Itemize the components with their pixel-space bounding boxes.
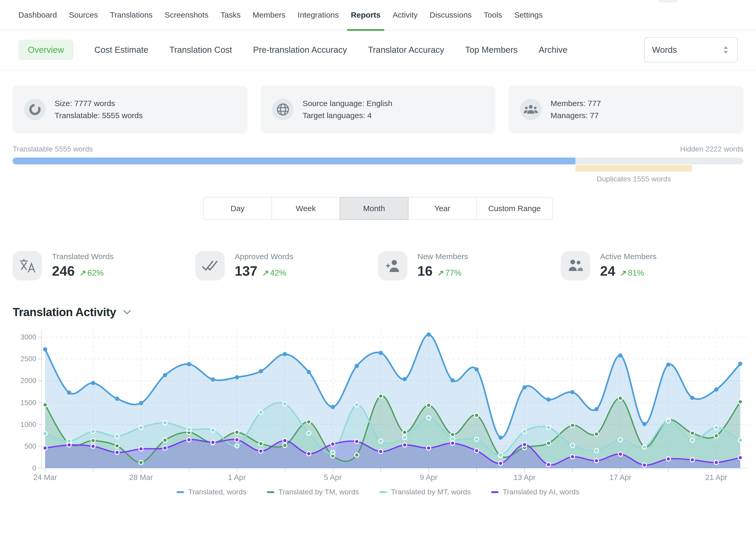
range-tab-month[interactable]: Month xyxy=(340,197,408,220)
svg-text:2500: 2500 xyxy=(20,355,36,363)
svg-text:0: 0 xyxy=(32,464,36,472)
legend-item[interactable]: Translated, words xyxy=(177,488,246,496)
legend-item[interactable]: Translated by MT, words xyxy=(379,488,471,496)
select-spinner-icon xyxy=(722,45,730,54)
legend-swatch xyxy=(379,491,387,493)
legend-label: Translated, words xyxy=(188,488,246,496)
card-members: Members: 777 Managers: 77 xyxy=(508,86,743,133)
people-icon xyxy=(561,251,590,280)
nav-item-settings[interactable]: Settings xyxy=(514,0,543,30)
card-translatable-line: Translatable: 5555 words xyxy=(55,109,143,122)
words-progress-bar xyxy=(13,158,743,164)
stat-value: 137 xyxy=(235,263,258,279)
tab-cost-estimate[interactable]: Cost Estimate xyxy=(95,40,148,60)
donut-icon xyxy=(24,99,46,120)
svg-text:5 Apr: 5 Apr xyxy=(324,473,342,482)
tab-archive[interactable]: Archive xyxy=(539,40,568,60)
globe-icon xyxy=(272,99,294,120)
tab-translator-accuracy[interactable]: Translator Accuracy xyxy=(368,40,444,60)
unit-select-value: Words xyxy=(652,45,677,55)
date-range-tabs: Day Week Month Year Custom Range xyxy=(0,197,756,220)
svg-text:1000: 1000 xyxy=(20,421,36,428)
nav-item-integrations[interactable]: Integrations xyxy=(298,0,339,30)
card-languages: Source language: English Target language… xyxy=(261,86,496,133)
trend-up-icon: ↗ xyxy=(437,268,444,278)
nav-item-discussions[interactable]: Discussions xyxy=(430,0,472,30)
legend-label: Translated by MT, words xyxy=(391,488,471,496)
kpi-stats-row: Translated Words 246 ↗62% Approved Words… xyxy=(13,251,743,280)
stat-change: ↗42% xyxy=(262,268,286,278)
nav-item-screenshots[interactable]: Screenshots xyxy=(165,0,208,30)
legend-swatch xyxy=(267,491,274,493)
stat-value: 246 xyxy=(52,263,75,279)
trend-up-icon: ↗ xyxy=(262,268,269,278)
stat-new-members: New Members 16 ↗77% xyxy=(378,251,561,280)
range-tab-day[interactable]: Day xyxy=(203,197,272,220)
duplicates-bar-row: Duplicates 1555 words xyxy=(13,165,743,172)
legend-swatch xyxy=(491,491,498,493)
card-project-size: Size: 7777 words Translatable: 5555 word… xyxy=(13,86,248,133)
stat-translated-words: Translated Words 246 ↗62% xyxy=(13,251,195,280)
translate-icon xyxy=(13,251,42,280)
tab-top-members[interactable]: Top Members xyxy=(465,40,518,60)
stat-change: ↗62% xyxy=(80,268,104,278)
stat-label: Translated Words xyxy=(52,252,114,261)
hidden-words-label: Hidden 2222 words xyxy=(680,145,743,153)
stat-value: 24 xyxy=(600,263,615,279)
stat-active-members: Active Members 24 ↗81% xyxy=(561,251,743,280)
tab-overview[interactable]: Overview xyxy=(18,40,73,60)
trend-up-icon: ↗ xyxy=(620,268,627,278)
person-add-icon xyxy=(378,251,407,280)
svg-text:2000: 2000 xyxy=(20,377,36,385)
svg-text:24 Mar: 24 Mar xyxy=(33,473,57,482)
range-tab-year[interactable]: Year xyxy=(408,197,477,220)
legend-label: Translated by AI, words xyxy=(503,488,579,496)
summary-cards: Size: 7777 words Translatable: 5555 word… xyxy=(13,86,743,133)
svg-text:9 Apr: 9 Apr xyxy=(420,473,438,482)
svg-text:13 Apr: 13 Apr xyxy=(513,473,535,482)
legend-item[interactable]: Translated by AI, words xyxy=(491,488,579,496)
translatable-progress-fill xyxy=(13,158,575,164)
svg-text:500: 500 xyxy=(24,442,36,450)
card-size-line: Size: 7777 words xyxy=(55,97,143,109)
unit-select[interactable]: Words xyxy=(644,37,738,62)
duplicates-label: Duplicates 1555 words xyxy=(575,175,692,183)
nav-item-tools[interactable]: Tools xyxy=(484,0,502,30)
nav-item-sources[interactable]: Sources xyxy=(69,0,98,30)
chart-canvas[interactable]: 05001000150020002500300024 Mar28 Mar1 Ap… xyxy=(0,321,756,485)
svg-text:1500: 1500 xyxy=(20,399,36,407)
legend-item[interactable]: Translated by TM, words xyxy=(267,488,359,496)
stat-approved-words: Approved Words 137 ↗42% xyxy=(195,251,378,280)
range-tab-week[interactable]: Week xyxy=(271,197,340,220)
stat-label: Approved Words xyxy=(235,252,293,261)
svg-text:28 Mar: 28 Mar xyxy=(129,473,153,482)
range-tab-custom-range[interactable]: Custom Range xyxy=(476,197,553,220)
top-navigation: Dashboard Sources Translations Screensho… xyxy=(0,0,756,30)
reports-sub-navigation: Overview Cost Estimate Translation Cost … xyxy=(0,30,756,71)
chevron-down-icon[interactable] xyxy=(123,310,131,315)
card-managers-line: Managers: 77 xyxy=(550,109,601,122)
stat-label: Active Members xyxy=(600,252,657,261)
tab-translation-cost[interactable]: Translation Cost xyxy=(169,40,232,60)
nav-item-members[interactable]: Members xyxy=(253,0,286,30)
tab-pre-translation-accuracy[interactable]: Pre-translation Accuracy xyxy=(253,40,347,60)
words-progress: Translatable 5555 words Hidden 2222 word… xyxy=(13,145,743,172)
nav-item-dashboard[interactable]: Dashboard xyxy=(18,0,57,30)
cutoff-header-element xyxy=(659,0,677,2)
nav-item-tasks[interactable]: Tasks xyxy=(221,0,241,30)
translation-activity-chart: 05001000150020002500300024 Mar28 Mar1 Ap… xyxy=(0,321,756,496)
trend-up-icon: ↗ xyxy=(80,268,86,278)
duplicates-fill xyxy=(575,165,692,172)
nav-item-translations[interactable]: Translations xyxy=(110,0,153,30)
legend-label: Translated by TM, words xyxy=(279,488,359,496)
chart-title: Translation Activity xyxy=(13,306,116,319)
legend-swatch xyxy=(177,491,184,493)
svg-text:21 Apr: 21 Apr xyxy=(705,473,727,482)
members-icon xyxy=(520,99,542,120)
card-members-line: Members: 777 xyxy=(550,97,601,109)
stat-change: ↗77% xyxy=(437,268,461,278)
card-target-languages-line: Target languages: 4 xyxy=(303,109,392,122)
nav-item-activity[interactable]: Activity xyxy=(393,0,418,30)
stat-value: 16 xyxy=(417,263,433,279)
nav-item-reports[interactable]: Reports xyxy=(351,0,380,30)
